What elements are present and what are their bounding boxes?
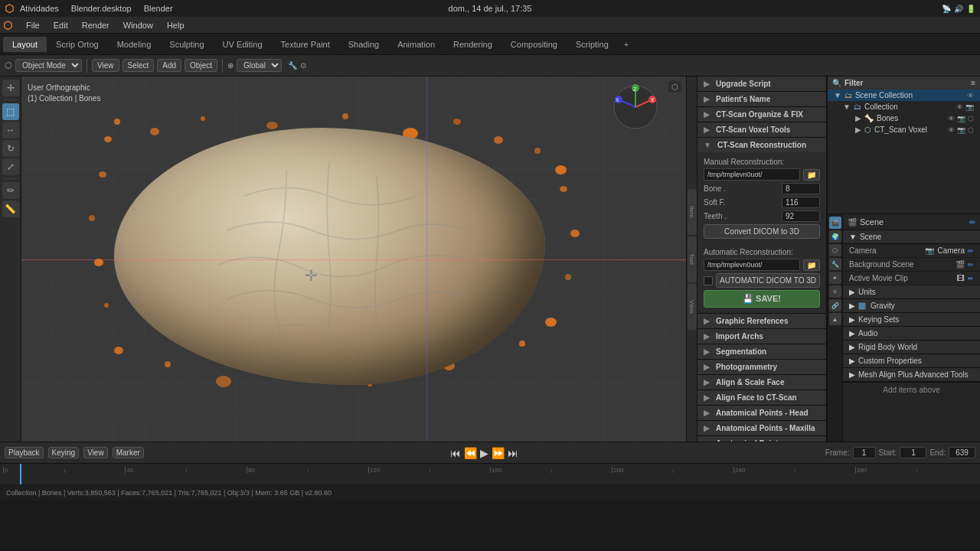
align-face-header[interactable]: ▶ Align Face to CT-Scan [697, 390, 826, 405]
menu-edit[interactable]: Edit [47, 19, 74, 31]
prop-icon-scene[interactable]: 🎬 [829, 217, 841, 229]
eye-icon-3[interactable]: 👁 [948, 115, 955, 122]
view-icon-2[interactable]: ⬡ [968, 126, 974, 134]
object-menu[interactable]: Object [185, 59, 217, 72]
eye-icon[interactable]: 👁 [967, 92, 974, 99]
scene-edit-icon[interactable]: ✏ [969, 218, 975, 227]
auto-path-input[interactable] [704, 259, 800, 271]
outliner-filter-icon[interactable]: ≡ [971, 79, 975, 87]
reconstruction-header[interactable]: ▼ CT-Scan Reconstruction [697, 138, 826, 152]
tab-shading[interactable]: Shading [339, 37, 388, 52]
view-menu[interactable]: View [92, 59, 119, 72]
prop-icon-world[interactable]: 🌍 [829, 230, 841, 243]
camera-edit[interactable]: ✏ [968, 247, 974, 255]
timeline-marker-menu[interactable]: Marker [113, 447, 144, 458]
scale-tool[interactable]: ⤢ [2, 158, 19, 175]
prop-icon-physics[interactable]: ⚛ [829, 285, 841, 298]
tab-add[interactable]: + [618, 37, 635, 52]
outliner-collection[interactable]: ▼ 🗂 Collection 👁 📷 [828, 101, 980, 112]
tab-texture-paint[interactable]: Texture Paint [272, 37, 339, 52]
gravity-checkbox[interactable] [858, 302, 866, 310]
rotate-tool[interactable]: ↻ [2, 140, 19, 157]
menu-window[interactable]: Window [117, 19, 159, 31]
tab-scripting[interactable]: Scripting [567, 37, 618, 52]
prop-icon-object[interactable]: ⬡ [829, 244, 841, 256]
next-frame-btn[interactable]: ⏩ [492, 447, 505, 459]
convert-btn[interactable]: Convert DICOM to 3D [704, 224, 820, 239]
tab-rendering[interactable]: Rendering [444, 37, 501, 52]
axes-widget[interactable]: X X Z [612, 84, 658, 130]
move-tool[interactable]: ↔ [2, 122, 19, 139]
select-menu[interactable]: Select [122, 59, 155, 72]
ctscan-organize-header[interactable]: ▶ CT-Scan Organize & FIX [697, 107, 826, 122]
cursor-tool[interactable]: ✛ [2, 80, 19, 96]
photogrammetry-header[interactable]: ▶ Photogrammetry [697, 360, 826, 374]
bg-scene-edit[interactable]: ✏ [968, 261, 974, 269]
transform-global[interactable]: Global [237, 59, 282, 72]
measure-tool[interactable]: 📏 [2, 201, 19, 217]
prop-icon-particles[interactable]: ✦ [829, 272, 841, 284]
props-meshalign-header[interactable]: ▶ Mesh Align Plus Advanced Tools [843, 368, 980, 382]
ctscan-voxel-header[interactable]: ▶ CT-Scan Voxel Tools [697, 122, 826, 137]
patients-header[interactable]: ▶ Patient's Name [697, 92, 826, 106]
prev-frame-btn[interactable]: ⏪ [464, 447, 477, 459]
prop-icon-modifier[interactable]: 🔧 [829, 258, 841, 270]
props-gravity-header[interactable]: ▶ Gravity [843, 299, 980, 313]
view-icon[interactable]: ⬡ [968, 115, 974, 122]
eye-icon-2[interactable]: 👁 [956, 103, 963, 111]
jump-end-btn[interactable]: ⏭ [508, 447, 518, 459]
upgrade-script-header[interactable]: ▶ Upgrade Script [697, 77, 826, 91]
timeline-view-menu[interactable]: View [83, 447, 108, 458]
outliner-bones[interactable]: ▶ 🦴 Bones 👁 📷 ⬡ [828, 112, 980, 124]
mode-select[interactable]: Object Mode [15, 59, 82, 72]
soft-f-input[interactable] [782, 197, 820, 208]
jump-start-btn[interactable]: ⏮ [450, 447, 461, 459]
vtab-item[interactable]: Item [688, 189, 697, 235]
props-keying-header[interactable]: ▶ Keying Sets [843, 313, 980, 327]
anat-maxilla-header[interactable]: ▶ Anatomical Points - Maxilla [697, 421, 826, 435]
play-btn[interactable]: ▶ [480, 447, 488, 459]
anat-mandible-header[interactable]: ▶ Anatomical Points - Mandible [697, 436, 826, 442]
tab-sculpting[interactable]: Sculpting [160, 37, 213, 52]
tab-compositing[interactable]: Compositing [501, 37, 567, 52]
render-icon-2[interactable]: 📷 [957, 115, 965, 122]
start-input[interactable] [900, 447, 926, 458]
current-frame-input[interactable] [853, 447, 876, 458]
select-tool[interactable]: ⬚ [2, 103, 19, 120]
save-btn[interactable]: 💾 SAVE! [704, 290, 820, 308]
tab-animation[interactable]: Animation [388, 37, 444, 52]
manual-path-input[interactable] [704, 168, 800, 181]
props-audio-header[interactable]: ▶ Audio [843, 327, 980, 341]
render-icon[interactable]: 📷 [965, 103, 974, 111]
prop-icon-constraints[interactable]: 🔗 [829, 299, 841, 311]
vtab-view[interactable]: View [688, 284, 697, 330]
anat-head-header[interactable]: ▶ Anatomical Points - Head [697, 406, 826, 420]
teeth-input[interactable] [782, 210, 820, 222]
bone-input[interactable] [782, 183, 820, 194]
annotate-tool[interactable]: ✏ [2, 182, 19, 199]
tab-layout[interactable]: Layout [3, 37, 47, 52]
tab-modeling[interactable]: Modeling [108, 37, 161, 52]
timeline-playback-menu[interactable]: Playback [5, 447, 44, 458]
prop-icon-data[interactable]: ▲ [829, 313, 841, 325]
eye-icon-4[interactable]: 👁 [948, 126, 955, 134]
props-rigidbody-header[interactable]: ▶ Rigid Body World [843, 341, 980, 354]
outliner-scene-collection[interactable]: ▼ 🗂 Scene Collection 👁 [828, 90, 980, 101]
render-icon-3[interactable]: 📷 [957, 126, 965, 134]
tab-scrip-ortog[interactable]: Scrip Ortog [47, 37, 108, 52]
vtab-tool[interactable]: Tool [688, 236, 697, 282]
auto-folder-btn[interactable]: 📁 [803, 259, 820, 271]
add-menu[interactable]: Add [157, 59, 181, 72]
tab-uv-editing[interactable]: UV Editing [214, 37, 272, 52]
outliner-ct-voxel[interactable]: ▶ ⬡ CT_Scan Voxel 👁 📷 ⬡ [828, 124, 980, 135]
movie-edit[interactable]: ✏ [968, 275, 974, 282]
segmentation-header[interactable]: ▶ Segmentation [697, 344, 826, 359]
props-custom-header[interactable]: ▶ Custom Properties [843, 354, 980, 368]
viewport-3d[interactable]: ✛ User Orthographic (1) Collection | Bon… [21, 77, 697, 442]
end-input[interactable] [949, 447, 975, 458]
auto-dicom-btn[interactable]: AUTOMATIC DICOM TO 3D [716, 273, 820, 288]
import-archs-header[interactable]: ▶ Import Archs [697, 329, 826, 344]
graphic-ref-header[interactable]: ▶ Graphic Rerefences [697, 314, 826, 328]
timeline-keying-menu[interactable]: Keying [48, 447, 80, 458]
timeline-ruler[interactable]: 0 40 80 120 160 200 240 280 [0, 464, 980, 484]
